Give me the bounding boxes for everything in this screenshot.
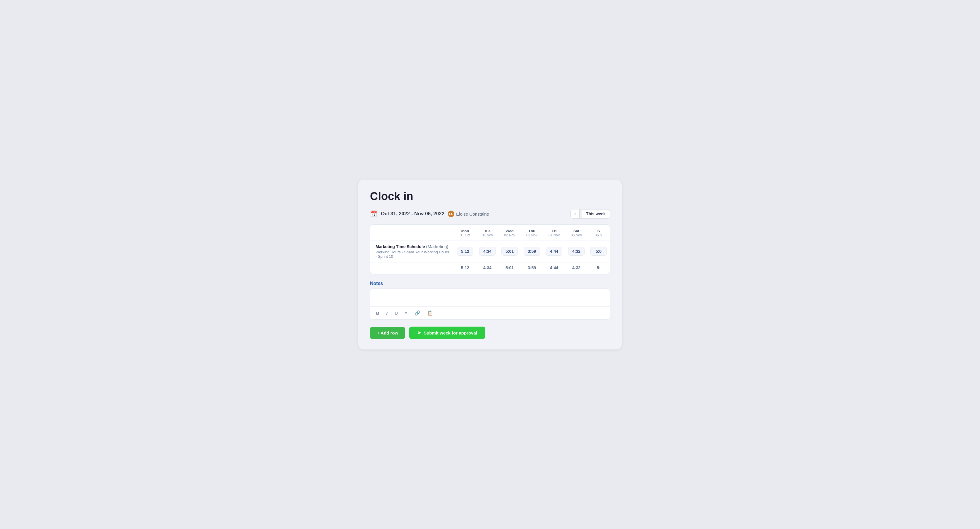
col-header-sat: Sat 05 Nov: [565, 225, 587, 241]
notes-toolbar: B I U ≡ 🔗 📋: [370, 306, 610, 319]
row-description: Marketing Time Schedule (Marketing) Work…: [370, 241, 454, 263]
time-cell-sat: 4:32: [565, 241, 587, 263]
notes-label: Notes: [370, 281, 610, 286]
total-sat: 4:32: [565, 263, 587, 274]
total-sun: 5:: [587, 263, 610, 274]
underline-button[interactable]: U: [393, 310, 399, 316]
submit-button[interactable]: ➤ Submit week for approval: [409, 327, 485, 339]
total-fri: 4:44: [543, 263, 565, 274]
table-row: Marketing Time Schedule (Marketing) Work…: [370, 241, 610, 263]
col-header-sun: S 06 N: [587, 225, 610, 241]
week-prev-button[interactable]: ‹: [571, 209, 579, 218]
total-thu: 3:59: [521, 263, 543, 274]
time-cell-mon: 5:12: [454, 241, 476, 263]
main-card: Clock in 📅 Oct 31, 2022 - Nov 06, 2022 E…: [358, 180, 622, 349]
timesheet-table: Mon 31 Oct Tue 01 Nov Wed 02 Nov Thu 03 …: [370, 225, 610, 274]
total-wed: 5:01: [498, 263, 521, 274]
submit-label: Submit week for approval: [423, 330, 477, 335]
link-button[interactable]: 🔗: [413, 310, 422, 316]
notes-editor[interactable]: B I U ≡ 🔗 📋: [370, 288, 610, 320]
list-button[interactable]: ≡: [404, 310, 409, 316]
week-current-label: This week: [582, 210, 610, 218]
notes-body[interactable]: [370, 289, 610, 306]
italic-button[interactable]: I: [385, 310, 389, 316]
col-header-tue: Tue 01 Nov: [476, 225, 498, 241]
date-info: 📅 Oct 31, 2022 - Nov 06, 2022 EC Eloise …: [370, 210, 489, 217]
table-header-row: Mon 31 Oct Tue 01 Nov Wed 02 Nov Thu 03 …: [370, 225, 610, 241]
calendar-icon: 📅: [370, 210, 377, 217]
time-cell-fri: 4:44: [543, 241, 565, 263]
col-header-mon: Mon 31 Oct: [454, 225, 476, 241]
time-cell-wed: 5:01: [498, 241, 521, 263]
date-range: Oct 31, 2022 - Nov 06, 2022: [381, 211, 444, 217]
total-mon: 5:12: [454, 263, 476, 274]
timesheet-table-wrap: Mon 31 Oct Tue 01 Nov Wed 02 Nov Thu 03 …: [370, 225, 610, 274]
col-header-wed: Wed 02 Nov: [498, 225, 521, 241]
totals-row: 5:12 4:34 5:01 3:59 4:44 4:32 5:: [370, 263, 610, 274]
user-chip: EC Eloise Constaine: [448, 210, 489, 217]
week-nav: ‹ This week: [571, 209, 610, 218]
time-cell-sun: 5:0: [587, 241, 610, 263]
col-header-description: [370, 225, 454, 241]
bold-button[interactable]: B: [375, 310, 380, 316]
col-header-fri: Fri 04 Nov: [543, 225, 565, 241]
date-bar: 📅 Oct 31, 2022 - Nov 06, 2022 EC Eloise …: [370, 209, 610, 218]
submit-icon: ➤: [417, 330, 421, 335]
notes-section: Notes B I U ≡ 🔗 📋: [370, 281, 610, 320]
total-tue: 4:34: [476, 263, 498, 274]
user-name: Eloise Constaine: [456, 212, 489, 217]
avatar: EC: [448, 210, 454, 217]
copy-button[interactable]: 📋: [426, 310, 434, 316]
time-cell-tue: 4:34: [476, 241, 498, 263]
add-row-button[interactable]: + Add row: [370, 327, 405, 339]
page-title: Clock in: [370, 190, 610, 203]
col-header-thu: Thu 03 Nov: [521, 225, 543, 241]
time-cell-thu: 3:59: [521, 241, 543, 263]
action-row: + Add row ➤ Submit week for approval: [370, 327, 610, 339]
